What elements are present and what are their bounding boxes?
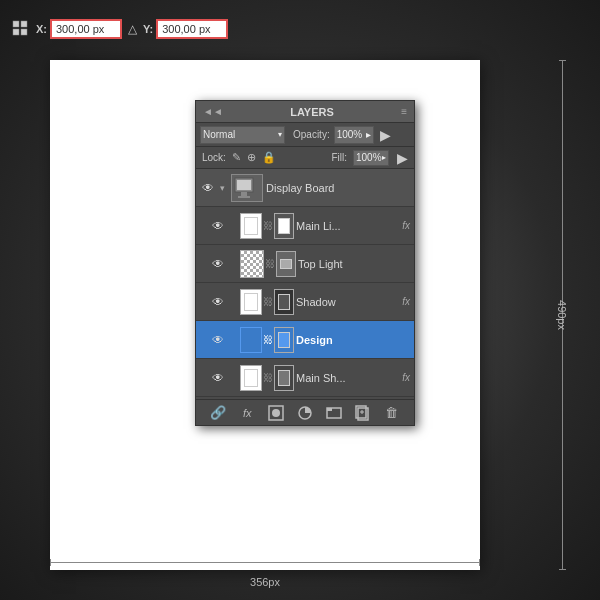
mode-row: Normal ▾ Opacity: 100% ▸ ▶ xyxy=(196,123,414,147)
thumb2-top-light xyxy=(276,251,296,277)
svg-rect-6 xyxy=(241,192,247,196)
link-layers-button[interactable]: 🔗 xyxy=(207,402,229,424)
x-label: X: xyxy=(36,23,47,35)
adjustment-button[interactable] xyxy=(294,402,316,424)
thumb2-shadow xyxy=(274,289,294,315)
eye-icon-main-shadow[interactable]: 👁 xyxy=(210,370,226,386)
thumb2-main-shadow xyxy=(274,365,294,391)
lock-pencil-icon[interactable]: ✎ xyxy=(232,151,241,164)
x-input[interactable] xyxy=(50,19,122,39)
add-mask-button[interactable] xyxy=(265,402,287,424)
layers-panel: ◄◄ LAYERS ≡ Normal ▾ Opacity: 100% ▸ ▶ L… xyxy=(195,100,415,426)
blend-mode-arrow: ▾ xyxy=(278,130,282,139)
layers-panel-title: LAYERS xyxy=(226,106,398,118)
lock-label: Lock: xyxy=(202,152,226,163)
thumb-shadow xyxy=(240,289,262,315)
collapse-button[interactable]: ◄◄ xyxy=(200,106,226,117)
layer-name-main-light: Main Li... xyxy=(296,220,400,232)
lock-move-icon[interactable]: ⊕ xyxy=(247,151,256,164)
svg-rect-3 xyxy=(21,29,27,35)
link-icon-design: ⛓ xyxy=(264,334,272,345)
delete-layer-button[interactable]: 🗑 xyxy=(380,402,402,424)
layers-titlebar: ◄◄ LAYERS ≡ xyxy=(196,101,414,123)
fx-main-light: fx xyxy=(402,220,410,231)
fill-input[interactable]: 100% ▸ xyxy=(353,150,389,166)
new-layer-button[interactable] xyxy=(352,402,374,424)
thumb-main-shadow xyxy=(240,365,262,391)
opacity-arrow: ▸ xyxy=(366,129,371,140)
opacity-input[interactable]: 100% ▸ xyxy=(334,126,374,144)
lock-row: Lock: ✎ ⊕ 🔒 Fill: 100% ▸ ▶ xyxy=(196,147,414,169)
layer-main-shadow[interactable]: 👁 ⛓ Main Sh... fx xyxy=(196,359,414,397)
layer-main-light[interactable]: 👁 ⛓ Main Li... fx xyxy=(196,207,414,245)
svg-rect-12 xyxy=(327,408,332,411)
y-label: Y: xyxy=(143,23,153,35)
thumb-main-light xyxy=(240,213,262,239)
thumb-design xyxy=(240,327,262,353)
y-coord-group: Y: xyxy=(143,19,228,39)
link-icon-main-shadow: ⛓ xyxy=(264,372,272,383)
layers-bottom-toolbar: 🔗 fx xyxy=(196,399,414,425)
panel-menu-button[interactable]: ≡ xyxy=(398,106,410,117)
eye-icon-shadow[interactable]: 👁 xyxy=(210,294,226,310)
toolbar: X: △ Y: xyxy=(10,18,228,40)
layer-top-light[interactable]: 👁 ⛓ Top Light xyxy=(196,245,414,283)
y-input[interactable] xyxy=(156,19,228,39)
link-icon-shadow: ⛓ xyxy=(264,296,272,307)
opacity-value-text: 100% xyxy=(337,129,363,140)
thumb-display-board xyxy=(231,174,263,202)
panel-expand-arrow[interactable]: ▶ xyxy=(380,127,391,143)
blend-mode-value: Normal xyxy=(203,129,235,140)
height-label: 490px xyxy=(556,300,568,330)
expand-icon-display-board[interactable]: ▾ xyxy=(216,183,228,193)
layer-name-shadow: Shadow xyxy=(296,296,400,308)
x-coord-group: X: xyxy=(36,19,122,39)
layer-name-top-light: Top Light xyxy=(298,258,410,270)
layers-list: 👁 ▾ Display Board 👁 ⛓ M xyxy=(196,169,414,399)
svg-rect-7 xyxy=(238,196,250,198)
layer-shadow[interactable]: 👁 ⛓ Shadow fx xyxy=(196,283,414,321)
layer-name-design: Design xyxy=(296,334,410,346)
link-icon-top-light: ⛓ xyxy=(266,258,274,269)
eye-icon-top-light[interactable]: 👁 xyxy=(210,256,226,272)
thumb2-design xyxy=(274,327,294,353)
move-tool-icon xyxy=(10,18,32,40)
width-label: 356px xyxy=(250,576,280,588)
delta-icon: △ xyxy=(128,22,137,36)
svg-rect-5 xyxy=(237,180,251,190)
fill-label: Fill: xyxy=(331,152,347,163)
svg-rect-2 xyxy=(13,29,19,35)
fill-arrow: ▸ xyxy=(382,153,386,162)
height-dimension: 490px xyxy=(552,60,572,570)
thumb-top-light xyxy=(240,250,264,278)
fx-shadow: fx xyxy=(402,296,410,307)
eye-icon-display-board[interactable]: 👁 xyxy=(200,180,216,196)
layer-design[interactable]: 👁 ⛓ Design xyxy=(196,321,414,359)
link-icon-main-light: ⛓ xyxy=(264,220,272,231)
width-dimension: 356px xyxy=(50,552,480,572)
fill-value-text: 100% xyxy=(356,152,382,163)
thumb2-main-light xyxy=(274,213,294,239)
svg-point-9 xyxy=(272,409,280,417)
svg-rect-0 xyxy=(13,21,19,27)
fx-button[interactable]: fx xyxy=(236,402,258,424)
fx-main-shadow: fx xyxy=(402,372,410,383)
lock-all-icon[interactable]: 🔒 xyxy=(262,151,276,164)
blend-mode-select[interactable]: Normal ▾ xyxy=(200,126,285,144)
layer-display-board[interactable]: 👁 ▾ Display Board xyxy=(196,169,414,207)
layer-name-display-board: Display Board xyxy=(266,182,410,194)
new-group-button[interactable] xyxy=(323,402,345,424)
eye-icon-design[interactable]: 👁 xyxy=(210,332,226,348)
fill-expand-arrow[interactable]: ▶ xyxy=(397,150,408,166)
eye-icon-main-light[interactable]: 👁 xyxy=(210,218,226,234)
layer-name-main-shadow: Main Sh... xyxy=(296,372,400,384)
svg-rect-1 xyxy=(21,21,27,27)
layer-backlight[interactable]: 👁 Backlight xyxy=(196,397,414,399)
opacity-label: Opacity: xyxy=(293,129,330,140)
